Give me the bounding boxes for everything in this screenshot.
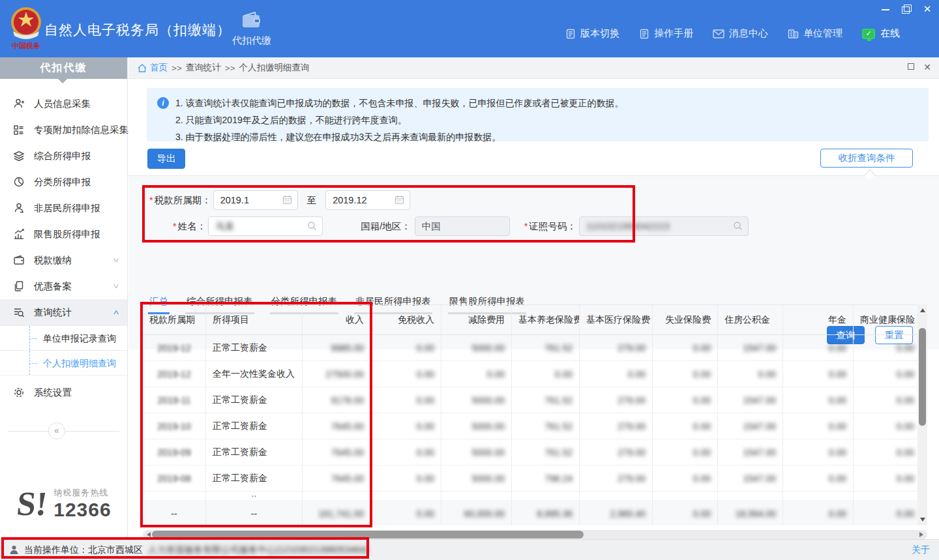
sidebar-item-tax-payment[interactable]: 税款缴纳 ˅ [0,247,127,273]
name-input[interactable]: 马某 [208,216,323,236]
sidebar-item-label: 非居民所得申报 [34,202,118,214]
sidebar-menu: 人员信息采集 专项附加扣除信息采集 综合所得申报 分类所得申报 非居民所得申报 … [0,91,127,439]
table-row[interactable]: 2019-09 正常工资薪金 7645.00 0.00 5000.00 761.… [143,439,927,465]
search-icon[interactable] [307,221,317,233]
sidebar-submenu: 单位申报记录查询 个人扣缴明细查询 [0,325,127,376]
summary-item: -- [206,500,303,525]
search-list-icon [13,306,25,318]
sidebar-item-query-statistics[interactable]: 查询统计 ˄ [0,299,127,325]
table-row[interactable]: 2019-11 正常工资薪金 9178.00 0.00 5000.00 761.… [143,387,927,413]
col-unemployment: 失业保险费 [653,305,718,335]
scroll-down-icon[interactable] [917,516,927,525]
unit-management-button[interactable]: 单位管理 [788,27,842,40]
panel-close-icon[interactable]: ✕ [923,63,931,71]
bar-chart-icon [13,228,25,240]
panel-maximize-icon[interactable] [908,63,914,70]
id-number-input: 1101021993042223 [579,216,749,236]
restore-button[interactable] [901,4,912,14]
table-row[interactable]: 2019-12 全年一次性奖金收入 27500.00 0.00 0.00 0.0… [143,361,927,387]
sidebar-item-personnel-info[interactable]: 人员信息采集 [0,91,127,117]
col-medical: 基本医疗保险费 [580,305,653,335]
scroll-left-icon[interactable] [143,530,152,539]
sidebar-item-system-settings[interactable]: 系统设置 [0,379,127,405]
chevron-down-icon: ˅ [113,256,119,264]
header-toolbar: 版本切换 操作手册 消息中心 单位管理 ✓ 在线 [565,27,900,40]
fold-query-button[interactable]: 收折查询条件 [820,149,913,168]
about-link[interactable]: 关于 [912,544,930,556]
table-row[interactable]: 2019-08 正常工资薪金 7645.00 0.00 5000.00 798.… [143,465,927,492]
col-pension: 基本养老保险费 [512,305,580,335]
app-title: 自然人电子税务局（扣缴端） [44,21,231,39]
document-icon [565,29,576,39]
minimize-button[interactable] [880,4,891,14]
col-tax-free: 免税收入 [371,305,441,335]
hotline-mark-icon: S! [16,489,49,520]
search-icon[interactable] [733,221,743,233]
sidebar-item-label: 人员信息采集 [34,98,118,110]
sidebar-item-restricted-shares[interactable]: 限售股所得申报 [0,221,127,247]
nav-tab-daikoudaijiao[interactable]: 代扣代缴 [220,7,283,57]
period-from-input[interactable]: 2019.1 [213,190,298,210]
top-header: 中国税务 自然人电子税务局（扣缴端） 代扣代缴 版本切换 操作手册 [0,0,939,57]
table-row[interactable]: 2019-12 正常工资薪金 9985.00 0.00 5000.00 761.… [143,335,927,361]
summary-income: 161,741.00 [318,508,364,519]
breadcrumb-home-link[interactable]: 首页 [138,62,168,74]
scroll-up-icon[interactable] [917,304,927,314]
envelope-icon [713,29,724,38]
chevron-down-icon: ˅ [113,282,119,290]
sidebar-item-comprehensive-income[interactable]: 综合所得申报 [0,143,127,169]
version-switch-button[interactable]: 版本切换 [565,27,619,40]
period-to-input[interactable]: 2019.12 [325,190,410,210]
sidebar-item-nonresident-income[interactable]: 非居民所得申报 [0,195,127,221]
scroll-right-icon[interactable] [918,530,927,539]
message-center-label: 消息中心 [729,27,768,40]
period-to-value: 2019.12 [333,195,366,205]
sidebar-item-label: 税款缴纳 [34,254,105,267]
table-header-row: 税款所属期 所得项目 收入 免税收入 减除费用 基本养老保险费 基本医疗保险费 … [143,305,927,335]
partial-row-item: .. [206,492,303,500]
online-status[interactable]: ✓ 在线 [862,27,900,40]
sidebar-item-label: 限售股所得申报 [34,228,118,241]
manual-button[interactable]: 操作手册 [639,27,693,40]
vertical-scrollbar[interactable] [917,304,927,525]
notice-line-1: 1. 该查询统计表仅能查询已申报成功的数据，不包含未申报、申报失败，已申报但已作… [175,95,918,111]
sidebar-header: 代扣代缴 [0,57,127,79]
tax-bureau-logo: 中国税务 [9,5,43,52]
calendar-icon[interactable] [395,195,404,207]
close-button[interactable]: ✕ [922,4,932,14]
organization-icon [788,29,799,39]
sidebar-item-special-deduction[interactable]: 专项附加扣除信息采集 [0,117,127,143]
sidebar-subitem-unit-declaration-query[interactable]: 单位申报记录查询 [0,326,127,351]
breadcrumb-separator: >> [225,63,235,73]
sidebar-subitem-personal-withholding-query[interactable]: 个人扣缴明细查询 [0,351,127,376]
sidebar-item-preference-record[interactable]: 优惠备案 ˅ [0,273,127,299]
col-annuity: 年金 [783,305,854,335]
main-panel: 首页 >> 查询统计 >> 个人扣缴明细查询 ✕ i 1. 该查询统计表仅能查询… [128,57,939,539]
nationality-input: 中国 [415,216,510,236]
table-body: 2019-12 正常工资薪金 9985.00 0.00 5000.00 761.… [143,335,927,492]
current-unit-redacted: 人力资源服务有限公司服务中心(12103021396053464) [148,544,368,556]
status-bar: 当前操作单位：北京市西城区 人力资源服务有限公司服务中心(12103021396… [0,539,939,560]
horizontal-scroll-thumb[interactable] [152,531,584,538]
wallet-icon [13,254,25,266]
export-button[interactable]: 导出 [147,149,185,169]
hotline-number: 12366 [53,499,111,520]
horizontal-scrollbar[interactable] [143,530,927,539]
calendar-icon[interactable] [282,195,292,207]
message-center-button[interactable]: 消息中心 [713,27,768,40]
vertical-scroll-thumb[interactable] [919,328,926,426]
sidebar-item-label: 分类所得申报 [34,176,118,188]
current-unit-label: 当前操作单位：北京市西城区 [24,544,143,556]
notice-box: i 1. 该查询统计表仅能查询已申报成功的数据，不包含未申报、申报失败，已申报但… [147,88,929,141]
sidebar-item-label: 系统设置 [34,387,118,399]
col-period: 税款所属期 [143,305,206,335]
sidebar-collapse-button[interactable]: « [48,422,65,439]
home-icon [138,64,147,72]
manual-label: 操作手册 [654,27,693,40]
to-label: 至 [307,194,317,207]
sidebar-item-classified-income[interactable]: 分类所得申报 [0,169,127,195]
table-row[interactable]: 2019-10 正常工资薪金 7645.00 0.00 5000.00 761.… [143,413,927,439]
pie-chart-icon [13,176,25,188]
notice-line-3: 3. 由于数据处理的滞后性，建议您在申报成功3天之后再来查询最新的申报数据。 [175,128,918,145]
breadcrumb-separator: >> [171,63,182,73]
